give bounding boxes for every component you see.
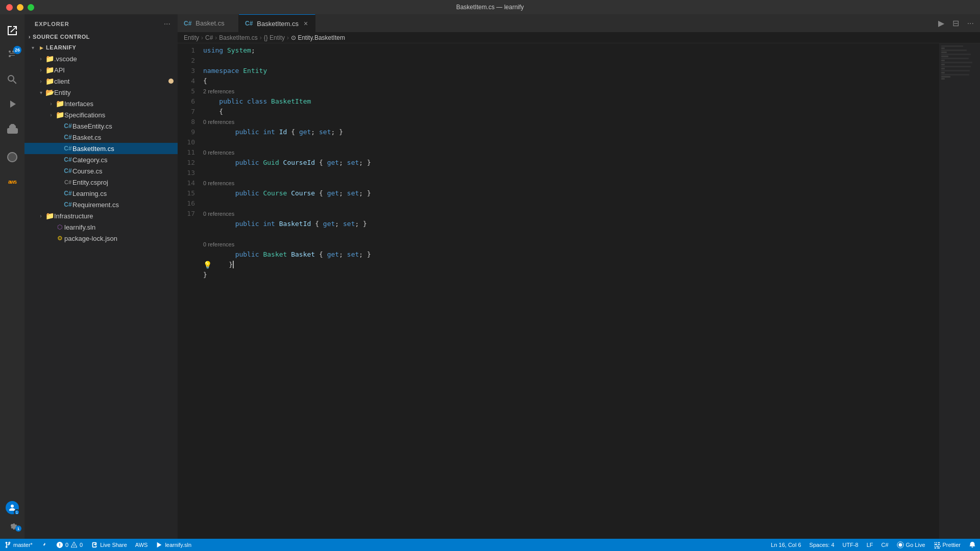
activity-run[interactable] — [0, 92, 24, 116]
code-text — [203, 198, 207, 209]
breadcrumb-namespace[interactable]: {} Entity — [264, 34, 285, 41]
code-text: namespace Entity — [203, 66, 267, 76]
sidebar-item-category[interactable]: C# Category.cs — [24, 154, 178, 165]
code-line-9: 0 references public Guid CourseId { get;… — [203, 147, 919, 168]
tab-close-button[interactable]: × — [303, 18, 309, 29]
tree-item-label: Course.cs — [72, 167, 174, 175]
breadcrumb-class[interactable]: ⊙ Entity.BasketItem — [291, 34, 345, 41]
sidebar-item-basketitem[interactable]: C# BasketItem.cs — [24, 143, 178, 154]
chevron-right-icon: › — [47, 101, 55, 107]
status-prettier[interactable]: Prettier — [929, 539, 965, 551]
code-line-10 — [203, 168, 919, 178]
sidebar-item-requirement[interactable]: C# Requirement.cs — [24, 199, 178, 210]
status-encoding[interactable]: UTF-8 — [839, 539, 863, 551]
go-live-icon — [897, 541, 904, 548]
tree-item-label: Learning.cs — [72, 190, 174, 197]
status-solution[interactable]: learnify.sln — [152, 539, 195, 551]
error-icon — [56, 541, 63, 548]
folder-icon: 📁 — [45, 55, 54, 63]
status-errors[interactable]: 0 0 — [52, 539, 87, 551]
csharp-tab-icon: C# — [184, 20, 191, 27]
sidebar-actions: ··· — [163, 18, 172, 30]
status-position[interactable]: Ln 16, Col 6 — [767, 539, 805, 551]
csharp-file-icon: C# — [63, 190, 72, 197]
sidebar-item-basket[interactable]: C# Basket.cs — [24, 132, 178, 143]
tree-item-label: .vscode — [54, 55, 174, 63]
chevron-right-icon: › — [37, 79, 45, 84]
code-line-16: 💡 } — [203, 260, 919, 270]
sidebar-item-vscode[interactable]: › 📁 .vscode — [24, 53, 178, 64]
chevron-right-icon: › — [37, 213, 45, 219]
sidebar-item-baseentity[interactable]: C# BaseEntity.cs — [24, 120, 178, 132]
status-branch[interactable]: master* — [0, 539, 37, 551]
activity-explorer[interactable] — [0, 18, 24, 43]
minimize-button[interactable] — [17, 4, 23, 11]
folder-icon: 📁 — [45, 66, 54, 74]
tree-root-folder[interactable]: ▾ ▸ LEARNIFY — [24, 42, 178, 53]
status-spaces[interactable]: Spaces: 4 — [805, 539, 839, 551]
spaces-label: Spaces: 4 — [810, 542, 835, 548]
more-actions-icon[interactable]: ··· — [965, 17, 976, 30]
tab-basket[interactable]: C# Basket.cs — [178, 14, 239, 32]
status-bar: master* 0 0 Live Share AWS — [0, 539, 980, 551]
breadcrumb-file[interactable]: BasketItem.cs — [219, 34, 257, 41]
chevron-icon: › — [29, 34, 31, 40]
window-title: BasketItem.cs — learnify — [456, 4, 524, 11]
live-share-icon — [91, 541, 98, 548]
csharp-file-icon: C# — [63, 122, 72, 130]
sidebar-item-learning[interactable]: C# Learning.cs — [24, 188, 178, 199]
account-avatar[interactable]: 1 — [6, 501, 19, 514]
csharp-file-icon: C# — [63, 167, 72, 174]
sidebar-item-infrastructure[interactable]: › 📁 Infrastructure — [24, 210, 178, 221]
code-ref-label: 0 references — [203, 239, 234, 249]
folder-icon: 📁 — [45, 77, 54, 85]
activity-remote[interactable] — [0, 145, 24, 169]
source-control-section[interactable]: › SOURCE CONTROL — [24, 32, 178, 42]
sidebar-item-packagelock[interactable]: ⚙ package-lock.json — [24, 233, 178, 244]
status-go-live[interactable]: Go Live — [893, 539, 929, 551]
prettier-label: Prettier — [943, 542, 961, 548]
run-action-icon[interactable]: ▶ — [936, 16, 946, 30]
editor-with-minimap: 1 2 3 4 5 6 7 8 9 10 11 12 13 14 — [178, 43, 980, 539]
status-live-share[interactable]: Live Share — [87, 539, 131, 551]
lightbulb-icon[interactable]: 💡 — [203, 260, 212, 270]
status-aws[interactable]: AWS — [131, 539, 152, 551]
bell-icon — [969, 541, 976, 548]
account-badge: 1 — [14, 509, 20, 515]
split-editor-icon[interactable]: ⊟ — [950, 16, 961, 30]
maximize-button[interactable] — [28, 4, 34, 11]
sidebar-item-client[interactable]: › 📁 client — [24, 76, 178, 87]
sidebar-more-icon[interactable]: ··· — [163, 18, 172, 30]
sidebar-item-interfaces[interactable]: › 📁 Interfaces — [24, 98, 178, 109]
status-language[interactable]: C# — [877, 539, 893, 551]
csproj-file-icon: C# — [63, 179, 72, 185]
activity-search[interactable] — [0, 67, 24, 92]
activity-extensions[interactable] — [0, 116, 24, 141]
code-editor[interactable]: 1 2 3 4 5 6 7 8 9 10 11 12 13 14 — [178, 43, 939, 539]
code-line-12 — [203, 198, 919, 209]
activity-aws[interactable]: aws — [0, 169, 24, 194]
settings-icon[interactable]: 1 — [0, 516, 24, 535]
status-sync[interactable] — [37, 539, 52, 551]
code-line-15: 0 references public Basket Basket { get;… — [203, 239, 919, 260]
close-button[interactable] — [6, 4, 13, 11]
sidebar-item-entity[interactable]: ▾ 📂 Entity — [24, 87, 178, 98]
activity-bar: 26 aws — [0, 14, 24, 539]
breadcrumb-entity[interactable]: Entity — [184, 34, 199, 41]
sidebar-header: EXPLORER ··· — [24, 14, 178, 32]
encoding-label: UTF-8 — [843, 542, 859, 548]
breadcrumb-csharp[interactable]: C# — [205, 34, 213, 41]
status-line-ending[interactable]: LF — [863, 539, 877, 551]
sidebar-item-entitycsproj[interactable]: C# Entity.csproj — [24, 177, 178, 188]
tree-item-label: Infrastructure — [54, 212, 174, 220]
activity-source-control[interactable]: 26 — [0, 43, 24, 67]
chevron-down-icon: ▾ — [29, 45, 37, 51]
sidebar-item-specifications[interactable]: › 📁 Specifications — [24, 109, 178, 120]
minimap-content — [939, 43, 980, 82]
sidebar-item-api[interactable]: › 📁 API — [24, 64, 178, 76]
sidebar-item-learniysln[interactable]: ⬡ learnify.sln — [24, 221, 178, 233]
tab-basketitem[interactable]: C# BasketItem.cs × — [239, 14, 315, 32]
status-notifications[interactable] — [965, 539, 980, 551]
sidebar-item-course[interactable]: C# Course.cs — [24, 165, 178, 177]
chevron-right-icon: › — [47, 112, 55, 118]
